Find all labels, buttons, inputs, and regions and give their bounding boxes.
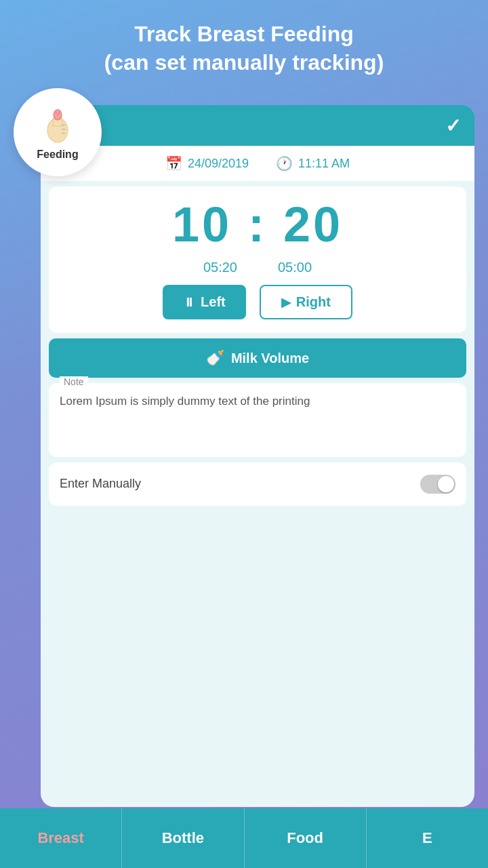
feeding-icon-container: Feeding bbox=[14, 88, 102, 176]
svg-point-3 bbox=[56, 109, 60, 115]
header-title-line1: Track Breast Feeding bbox=[27, 20, 461, 49]
time-value: 11:11 AM bbox=[298, 157, 350, 171]
left-time: 05:20 bbox=[203, 260, 237, 275]
time-item: 🕐 11:11 AM bbox=[276, 155, 350, 172]
tab-breast-label: Breast bbox=[37, 829, 83, 847]
breast-buttons: Left Right bbox=[62, 285, 453, 319]
tab-bottle-label: Bottle bbox=[162, 829, 204, 847]
note-input[interactable]: Lorem Ipsum is simply dummy text of the … bbox=[60, 393, 455, 445]
note-label: Note bbox=[60, 376, 88, 387]
enter-manually-section: Enter Manually bbox=[49, 462, 466, 506]
play-icon bbox=[281, 294, 291, 310]
datetime-row: 📅 24/09/2019 🕐 11:11 AM bbox=[41, 146, 474, 181]
syringe-icon: 🍼 bbox=[206, 349, 224, 367]
card-header: ✓ bbox=[41, 105, 474, 146]
check-icon[interactable]: ✓ bbox=[445, 115, 461, 137]
tab-extra-label: E bbox=[422, 829, 432, 847]
clock-icon: 🕐 bbox=[276, 155, 293, 172]
date-item: 📅 24/09/2019 bbox=[165, 155, 249, 172]
tab-food-label: Food bbox=[287, 829, 323, 847]
toggle-knob bbox=[438, 476, 454, 492]
bottom-tab-bar: Breast Bottle Food E bbox=[0, 808, 488, 868]
enter-manually-label: Enter Manually bbox=[60, 477, 141, 491]
bottle-icon bbox=[37, 104, 78, 144]
tab-breast[interactable]: Breast bbox=[0, 808, 122, 868]
milk-volume-button[interactable]: 🍼 Milk Volume bbox=[49, 338, 466, 378]
left-button-label: Left bbox=[201, 294, 226, 310]
main-card: ✓ 📅 24/09/2019 🕐 11:11 AM 10 : 20 05:20 … bbox=[41, 105, 474, 807]
left-button[interactable]: Left bbox=[163, 285, 246, 319]
breast-timers: 05:20 05:00 bbox=[62, 260, 453, 275]
pause-icon bbox=[183, 294, 195, 310]
header-title-line2: (can set manually tracking) bbox=[27, 49, 461, 77]
date-value: 24/09/2019 bbox=[188, 157, 249, 171]
note-section: Note Lorem Ipsum is simply dummy text of… bbox=[49, 383, 466, 457]
tab-extra[interactable]: E bbox=[367, 808, 488, 868]
calendar-icon: 📅 bbox=[165, 155, 182, 172]
tab-food[interactable]: Food bbox=[245, 808, 367, 868]
right-button-label: Right bbox=[296, 294, 331, 310]
timer-section: 10 : 20 05:20 05:00 Left Right bbox=[49, 186, 466, 333]
milk-volume-label: Milk Volume bbox=[231, 351, 309, 366]
timer-display: 10 : 20 bbox=[62, 200, 453, 249]
right-button[interactable]: Right bbox=[260, 285, 352, 319]
page-header: Track Breast Feeding (can set manually t… bbox=[0, 0, 488, 90]
right-time: 05:00 bbox=[278, 260, 312, 275]
enter-manually-toggle[interactable] bbox=[420, 475, 455, 494]
feeding-label: Feeding bbox=[37, 149, 78, 161]
tab-bottle[interactable]: Bottle bbox=[122, 808, 244, 868]
